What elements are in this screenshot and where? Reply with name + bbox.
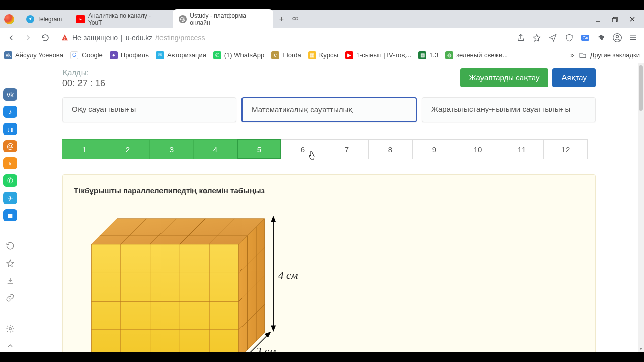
url-sep: | [121, 34, 123, 42]
subject-tabs: Оқу сауаттылығы Математикалық сауаттылық… [62, 97, 596, 122]
forward-button[interactable] [21, 31, 35, 45]
telegram-icon [26, 15, 34, 23]
bookmark-green[interactable]: ◍зеленый свежи... [445, 51, 508, 59]
settings-icon[interactable] [3, 322, 17, 334]
question-nav-4[interactable]: 4 [193, 139, 237, 159]
height-dim: 4 см [278, 269, 298, 281]
history-icon[interactable] [3, 240, 17, 252]
other-bookmarks[interactable]: Другие закладки [579, 51, 640, 59]
question-nav-7[interactable]: 7 [325, 139, 369, 159]
cuboid-image: 4 см 3 см 5 см [74, 203, 300, 352]
svg-rect-8 [64, 37, 65, 38]
question-text: Тікбұрышты параллелепипедтің көлемін таб… [74, 186, 584, 195]
svg-rect-18 [91, 244, 238, 352]
star-icon[interactable] [530, 31, 543, 44]
timer-label: Қалды: [62, 68, 105, 77]
svg-rect-9 [64, 39, 65, 39]
bookmark-1synyp[interactable]: ▶1-сынып | IV-тоқ... [345, 51, 411, 59]
bookmark-vk[interactable]: vkАйсулу Усенова [4, 51, 63, 59]
question-nav-9[interactable]: 9 [412, 139, 456, 159]
timer-value: 00: 27 : 16 [62, 78, 105, 89]
tab-label: Telegram [37, 16, 62, 23]
download-icon[interactable] [3, 275, 17, 287]
bookmark-courses[interactable]: ▦Курсы [308, 51, 338, 59]
subject-tab-math[interactable]: Математикалық сауаттылық [242, 97, 417, 122]
svg-rect-5 [612, 18, 616, 22]
youtube-icon [76, 15, 85, 23]
tab-group-icon[interactable] [289, 13, 301, 25]
question-nav-12[interactable]: 12 [543, 139, 588, 159]
scroll-down-arrow[interactable]: ▾ [638, 346, 644, 352]
new-tab-button[interactable]: + [275, 13, 287, 25]
music-icon[interactable]: ♪ [3, 106, 17, 118]
tab-label: Аналитика по каналу - YouT [88, 12, 165, 26]
vertical-scrollbar[interactable]: ▾ [638, 63, 644, 352]
bookmark-elorda[interactable]: eElorda [271, 51, 301, 59]
question-nav-8[interactable]: 8 [368, 139, 413, 159]
question-nav: 1 2 3 4 5 6 7 8 9 10 11 12 [62, 139, 596, 159]
link-icon[interactable] [3, 292, 17, 304]
chevron-up-icon[interactable] [3, 340, 17, 352]
subject-tab-reading[interactable]: Оқу сауаттылығы [62, 97, 236, 122]
svg-point-11 [616, 35, 619, 38]
svg-point-2 [295, 17, 298, 20]
question-nav-11[interactable]: 11 [500, 139, 544, 159]
finish-button[interactable]: Аяқтау [552, 68, 596, 87]
bookmark-13[interactable]: ▦1.3 [418, 51, 438, 59]
svg-point-1 [293, 17, 295, 20]
profile-icon[interactable] [611, 31, 624, 44]
bookmark-overflow[interactable]: » [570, 51, 574, 59]
depth-dim: 3 см [256, 345, 276, 352]
url-path: /testing/process [155, 34, 205, 42]
url-field[interactable]: Не защищено | u-edu.kz/testing/process [55, 33, 511, 42]
question-nav-5[interactable]: 5 [237, 139, 281, 159]
maximize-button[interactable] [608, 13, 623, 25]
bookmark-google[interactable]: GGoogle [70, 51, 103, 59]
extensions-icon[interactable] [595, 31, 608, 44]
minimize-button[interactable] [591, 13, 606, 25]
question-nav-2[interactable]: 2 [106, 139, 150, 159]
url-host: u-edu.kz [126, 34, 153, 42]
bookmark-profile[interactable]: ●Профиль [110, 51, 149, 59]
bookmark-whatsapp[interactable]: ✆(1) WhatsApp [213, 51, 264, 59]
svg-point-15 [9, 327, 12, 330]
browser-logo-icon [4, 14, 14, 24]
question-nav-3[interactable]: 3 [149, 139, 194, 159]
telegram-rail-icon[interactable]: ✈ [3, 192, 17, 204]
whatsapp-icon[interactable]: ✆ [3, 174, 17, 187]
tab-strip: Telegram Аналитика по каналу - YouT Ustu… [0, 10, 644, 28]
question-nav-6[interactable]: 6 [281, 139, 325, 159]
svg-marker-16 [91, 219, 264, 244]
security-label: Не защищено [72, 34, 118, 42]
stats-icon[interactable]: ⫾⫾ [3, 123, 17, 135]
close-button[interactable] [625, 13, 640, 25]
side-rail: vk ♪ ⫾⫾ @ ♀ ✆ ✈ ≣ [0, 63, 20, 352]
list-icon[interactable]: ≣ [3, 209, 17, 221]
star-rail-icon[interactable] [3, 257, 17, 269]
reload-button[interactable] [38, 31, 52, 45]
vk-icon[interactable]: vk [3, 88, 17, 101]
not-secure-icon [60, 33, 69, 42]
svg-marker-39 [271, 326, 275, 331]
shield-icon[interactable] [562, 31, 576, 44]
tab-ustudy[interactable]: Ustudy - платформа онлайн [173, 9, 273, 29]
address-bar: Не защищено | u-edu.kz/testing/process G… [0, 28, 644, 47]
globe-icon [179, 15, 187, 23]
subject-tab-science[interactable]: Жаратылыстану-ғылыми сауаттылығы [422, 97, 596, 122]
back-button[interactable] [4, 31, 18, 45]
bookmark-auth[interactable]: ✉Авторизация [156, 51, 206, 59]
bookmarks-bar: vkАйсулу Усенова GGoogle ●Профиль ✉Автор… [0, 47, 644, 63]
tab-telegram[interactable]: Telegram [20, 12, 68, 26]
question-nav-10[interactable]: 10 [456, 139, 500, 159]
tab-label: Ustudy - платформа онлайн [190, 12, 267, 26]
tab-youtube[interactable]: Аналитика по каналу - YouT [70, 9, 171, 29]
translate-icon[interactable]: Gк [579, 31, 592, 44]
send-icon[interactable] [546, 31, 559, 44]
menu-icon[interactable] [627, 31, 640, 44]
question-nav-1[interactable]: 1 [62, 139, 106, 159]
ok-icon[interactable]: ♀ [3, 157, 17, 169]
save-button[interactable]: Жауаптарды сақтау [460, 68, 549, 87]
scroll-thumb[interactable] [639, 65, 643, 111]
share-icon[interactable] [514, 31, 527, 44]
mail-icon[interactable]: @ [3, 140, 17, 152]
